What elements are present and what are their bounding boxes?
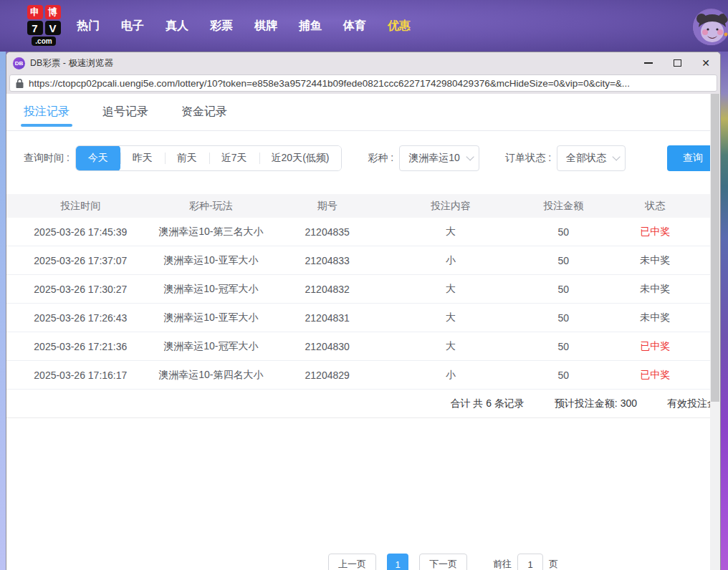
goto-suffix: 页 — [549, 558, 558, 570]
summary-row: 合计 共 6 条记录 预计投注金额: 300 有效投注金额 — [6, 390, 720, 418]
cell-bet-content: 小 — [387, 254, 514, 267]
nav-item[interactable]: 优惠 — [388, 19, 411, 34]
cell-bet-amount: 50 — [514, 341, 613, 352]
cell-issue: 21204833 — [267, 255, 387, 266]
time-filter-label: 查询时间 : — [24, 152, 70, 165]
cell-bet-amount: 50 — [514, 369, 613, 381]
desktop-background-left — [0, 52, 6, 570]
goto-label: 前往 — [493, 558, 512, 570]
cell-bet-time: 2025-03-26 17:16:17 — [6, 369, 155, 381]
close-button[interactable]: ✕ — [691, 52, 720, 74]
window-titlebar[interactable]: DB DB彩票 - 极速浏览器 ✕ — [6, 52, 720, 74]
nav-item[interactable]: 热门 — [77, 19, 100, 34]
table-row[interactable]: 2025-03-26 17:26:43 澳洲幸运10-亚军大小 21204831… — [6, 304, 712, 332]
nav-item[interactable]: 电子 — [121, 19, 144, 34]
table-row[interactable]: 2025-03-26 17:37:07 澳洲幸运10-亚军大小 21204833… — [6, 246, 712, 275]
logo-char-bo: 博 — [45, 5, 61, 19]
logo-char-shen: 申 — [27, 5, 43, 19]
cell-bet-content: 大 — [387, 283, 514, 296]
cell-issue: 21204829 — [267, 369, 387, 381]
table-row[interactable]: 2025-03-26 17:45:39 澳洲幸运10-第三名大小 2120483… — [6, 218, 712, 246]
logo-char-v: V — [45, 21, 61, 35]
site-logo[interactable]: 申 博 7 V .com — [25, 5, 62, 46]
summary-expected-amount: 预计投注金额: 300 — [555, 397, 637, 410]
browser-window: DB DB彩票 - 极速浏览器 ✕ https://ctopcp02pcali.… — [6, 52, 721, 570]
record-tabs: 投注记录追号记录资金记录 — [6, 94, 720, 131]
header-status: 状态 — [613, 200, 697, 213]
nav-item[interactable]: 棋牌 — [254, 19, 277, 34]
logo-com-label: .com — [32, 37, 55, 46]
header-bet-amount: 投注金额 — [514, 200, 613, 213]
nav-item[interactable]: 真人 — [166, 19, 188, 34]
time-range-option[interactable]: 近20天(低频) — [259, 145, 342, 171]
cell-bet-time: 2025-03-26 17:30:27 — [6, 284, 155, 295]
cell-lottery-play: 澳洲幸运10-亚军大小 — [155, 311, 267, 324]
maximize-button[interactable] — [663, 52, 691, 74]
cell-lottery-play: 澳洲幸运10-亚军大小 — [155, 254, 267, 267]
cell-bet-amount: 50 — [514, 255, 613, 266]
order-status-select[interactable]: 全部状态 — [557, 145, 626, 171]
cell-status: 已中奖 — [613, 369, 697, 382]
table-row[interactable]: 2025-03-26 17:30:27 澳洲幸运10-冠军大小 21204832… — [6, 275, 712, 304]
chevron-down-icon — [466, 153, 474, 160]
minimize-icon — [644, 62, 653, 64]
cell-lottery-play: 澳洲幸运10-第四名大小 — [155, 369, 267, 382]
header-issue: 期号 — [267, 200, 387, 213]
header-bet-time: 投注时间 — [6, 200, 155, 213]
time-range-option[interactable]: 前天 — [165, 145, 209, 171]
pagination: 上一页 1 下一页 前往 页 — [328, 554, 558, 570]
table-header-row: 投注时间 彩种-玩法 期号 投注内容 投注金额 状态 — [6, 194, 712, 218]
cell-status: 未中奖 — [613, 283, 697, 296]
status-filter-label: 订单状态 : — [505, 152, 551, 165]
tab[interactable]: 投注记录 — [24, 94, 70, 131]
minimize-button[interactable] — [634, 52, 663, 74]
vertical-scrollbar[interactable] — [710, 94, 720, 570]
prev-page-button[interactable]: 上一页 — [328, 554, 376, 570]
cell-bet-amount: 50 — [514, 312, 613, 324]
cell-status: 已中奖 — [613, 340, 697, 353]
cell-bet-amount: 50 — [514, 226, 613, 238]
cell-bet-time: 2025-03-26 17:26:43 — [6, 312, 155, 324]
lottery-filter-label: 彩种 : — [368, 152, 393, 165]
nav-item[interactable]: 捕鱼 — [299, 19, 322, 34]
filter-bar: 查询时间 : 今天昨天前天近7天近20天(低频) 彩种 : 澳洲幸运10 订单状… — [6, 145, 720, 171]
cell-bet-content: 大 — [387, 340, 514, 353]
maximize-icon — [674, 59, 681, 67]
time-range-option[interactable]: 近7天 — [209, 145, 259, 171]
goto-page-input[interactable] — [517, 554, 543, 570]
scrollbar-thumb[interactable] — [711, 94, 719, 402]
summary-total: 合计 共 6 条记录 — [450, 397, 524, 410]
lottery-select[interactable]: 澳洲幸运10 — [399, 145, 479, 171]
user-avatar[interactable] — [692, 8, 728, 46]
bet-records-table: 投注时间 彩种-玩法 期号 投注内容 投注金额 状态 2025-03-26 17… — [6, 194, 712, 390]
nav-item[interactable]: 体育 — [343, 19, 366, 34]
page-number-1[interactable]: 1 — [387, 554, 408, 570]
cell-bet-amount: 50 — [514, 284, 613, 295]
address-field[interactable]: https://ctopcp02pcali.uengi5e.com/lotter… — [9, 74, 717, 92]
time-range-option[interactable]: 昨天 — [120, 145, 165, 171]
cell-bet-content: 大 — [387, 226, 514, 238]
tab[interactable]: 追号记录 — [102, 94, 148, 131]
cell-bet-time: 2025-03-26 17:45:39 — [6, 226, 155, 238]
cell-issue: 21204835 — [267, 226, 387, 238]
table-row[interactable]: 2025-03-26 17:21:36 澳洲幸运10-冠军大小 21204830… — [6, 332, 712, 361]
nav-item[interactable]: 彩票 — [210, 19, 233, 34]
status-select-value: 全部状态 — [566, 152, 606, 165]
cell-issue: 21204830 — [267, 341, 387, 352]
close-icon: ✕ — [701, 58, 710, 68]
time-range-option[interactable]: 今天 — [76, 145, 120, 171]
site-nav: 热门电子真人彩票棋牌捕鱼体育优惠 — [77, 0, 432, 52]
site-top-bar: 申 博 7 V .com 热门电子真人彩票棋牌捕鱼体育优惠 — [0, 0, 728, 52]
table-row[interactable]: 2025-03-26 17:16:17 澳洲幸运10-第四名大小 2120482… — [6, 361, 712, 390]
app-icon: DB — [13, 57, 25, 69]
chevron-down-icon — [613, 153, 621, 160]
avatar-illustration — [693, 9, 728, 46]
cell-lottery-play: 澳洲幸运10-第三名大小 — [155, 226, 267, 238]
time-range-group: 今天昨天前天近7天近20天(低频) — [75, 145, 343, 171]
lottery-select-value: 澳洲幸运10 — [408, 152, 460, 165]
logo-char-7: 7 — [27, 21, 43, 35]
tab[interactable]: 资金记录 — [181, 94, 227, 131]
cell-bet-content: 小 — [387, 369, 514, 382]
url-bar: https://ctopcp02pcali.uengi5e.com/lotter… — [6, 74, 720, 94]
next-page-button[interactable]: 下一页 — [419, 554, 467, 570]
